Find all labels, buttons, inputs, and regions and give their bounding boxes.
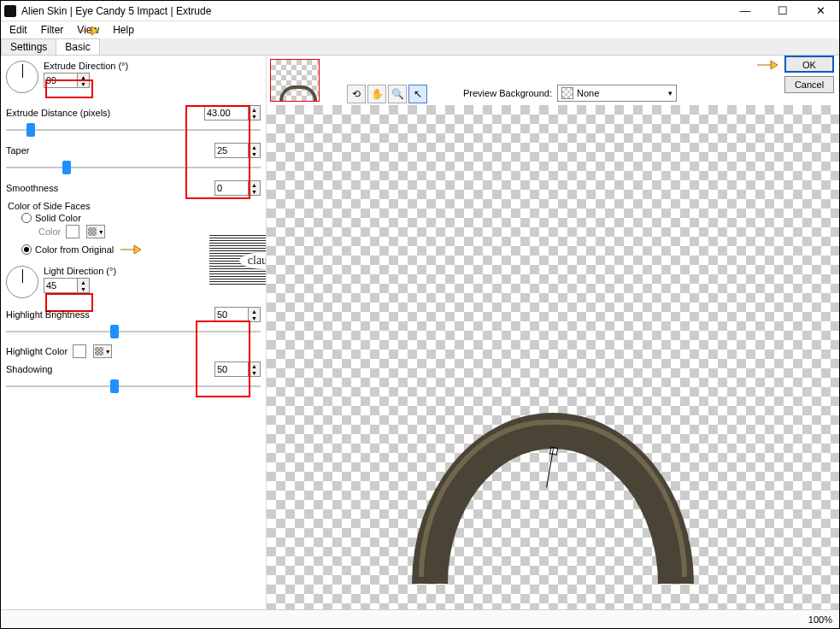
highlight-brightness-label: Highlight Brightness: [6, 309, 90, 320]
tool-hand-icon[interactable]: ✋: [367, 85, 386, 103]
tab-basic[interactable]: Basic: [56, 38, 99, 55]
pointer-annotation-icon: [755, 57, 779, 73]
taper-input[interactable]: [215, 144, 248, 157]
zoom-level: 100%: [808, 614, 832, 625]
extrude-direction-input[interactable]: [44, 73, 77, 87]
pointer-annotation-icon: [119, 242, 143, 257]
shadowing-spinner[interactable]: ▲▼: [214, 362, 261, 377]
checker-icon: [561, 87, 573, 99]
chevron-down-icon: ▾: [668, 89, 673, 97]
menu-edit[interactable]: Edit: [3, 22, 34, 38]
titlebar: Alien Skin | Eye Candy 5 Impact | Extrud…: [1, 1, 839, 21]
main-area: Extrude Direction (°) ▲▼ Extrude Distanc…: [1, 56, 839, 609]
spin-up-icon[interactable]: ▲: [249, 308, 260, 314]
solid-color-dropdown[interactable]: ▼: [86, 225, 105, 238]
cancel-button[interactable]: Cancel: [784, 76, 834, 93]
ok-button[interactable]: OK: [784, 56, 834, 73]
action-buttons: OK Cancel: [784, 56, 834, 93]
menu-bar: Edit Filter View Help: [1, 21, 839, 38]
highlight-color-dropdown[interactable]: ▼: [93, 344, 112, 358]
settings-panel: Extrude Direction (°) ▲▼ Extrude Distanc…: [1, 56, 266, 609]
spin-down-icon[interactable]: ▼: [78, 285, 89, 292]
extrude-distance-input[interactable]: [205, 106, 248, 120]
color-from-original-radio[interactable]: [21, 244, 32, 255]
highlight-brightness-slider[interactable]: [6, 324, 261, 339]
minimize-button[interactable]: —: [726, 2, 764, 21]
preview-background-value: None: [577, 88, 599, 98]
spin-down-icon[interactable]: ▼: [78, 80, 89, 87]
color-from-original-label: Color from Original: [35, 244, 114, 255]
spin-up-icon[interactable]: ▲: [78, 73, 89, 80]
highlight-color-swatch[interactable]: [73, 344, 86, 358]
spin-up-icon[interactable]: ▲: [78, 279, 89, 285]
color-label: Color: [38, 226, 61, 237]
status-bar: 100%: [1, 609, 839, 628]
spin-down-icon[interactable]: ▼: [249, 314, 260, 321]
preview-canvas[interactable]: [267, 105, 839, 609]
highlight-brightness-input[interactable]: [215, 308, 248, 321]
preview-thumbnail[interactable]: [270, 59, 321, 107]
window-buttons: — ☐ ✕: [726, 2, 839, 21]
window-title: Alien Skin | Eye Candy 5 Impact | Extrud…: [21, 5, 726, 17]
extrude-distance-spinner[interactable]: ▲▼: [204, 105, 261, 121]
menu-view[interactable]: View: [70, 22, 106, 38]
taper-spinner[interactable]: ▲▼: [214, 143, 261, 158]
tab-settings[interactable]: Settings: [1, 38, 56, 55]
smoothness-spinner[interactable]: ▲▼: [214, 180, 261, 196]
extrude-distance-label: Extrude Distance (pixels): [6, 108, 110, 118]
spin-down-icon[interactable]: ▼: [249, 150, 260, 157]
tab-bar: Settings Basic: [1, 38, 839, 56]
taper-label: Taper: [6, 145, 30, 156]
extrude-distance-slider[interactable]: [6, 122, 261, 138]
shadowing-label: Shadowing: [6, 364, 52, 374]
spin-up-icon[interactable]: ▲: [249, 106, 260, 113]
spin-down-icon[interactable]: ▼: [249, 188, 260, 195]
light-direction-spinner[interactable]: ▲▼: [44, 278, 90, 293]
smoothness-input[interactable]: [215, 181, 248, 195]
preview-background-select[interactable]: None ▾: [557, 85, 677, 102]
preview-toolbar: ⟲ ✋ 🔍 ↖ Preview Background: None ▾ OK Ca…: [267, 56, 839, 105]
spin-up-icon[interactable]: ▲: [249, 362, 260, 369]
tool-pointer-icon[interactable]: ↖: [408, 85, 427, 103]
app-icon: [4, 5, 16, 17]
spin-up-icon[interactable]: ▲: [249, 181, 260, 188]
preview-panel: ⟲ ✋ 🔍 ↖ Preview Background: None ▾ OK Ca…: [266, 56, 839, 609]
menu-help[interactable]: Help: [106, 22, 141, 38]
taper-slider[interactable]: [6, 160, 261, 175]
spin-up-icon[interactable]: ▲: [249, 144, 260, 150]
highlight-color-label: Highlight Color: [6, 346, 68, 356]
tool-reset-icon[interactable]: ⟲: [347, 85, 366, 103]
light-direction-input[interactable]: [44, 279, 77, 292]
solid-color-swatch[interactable]: [66, 225, 79, 238]
maximize-button[interactable]: ☐: [764, 2, 802, 21]
preview-background-label: Preview Background:: [463, 88, 552, 98]
close-button[interactable]: ✕: [802, 2, 839, 21]
shadowing-input[interactable]: [215, 362, 248, 376]
smoothness-label: Smoothness: [6, 183, 58, 193]
preview-object: [412, 413, 694, 584]
menu-filter[interactable]: Filter: [34, 22, 71, 38]
light-direction-dial[interactable]: [6, 266, 38, 298]
extrude-direction-spinner[interactable]: ▲▼: [44, 73, 90, 88]
highlight-brightness-spinner[interactable]: ▲▼: [214, 307, 261, 322]
spin-down-icon[interactable]: ▼: [249, 369, 260, 376]
extrude-direction-label: Extrude Direction (°): [44, 61, 261, 71]
solid-color-radio[interactable]: [21, 213, 32, 223]
tool-zoom-icon[interactable]: 🔍: [388, 85, 407, 103]
extrude-direction-dial[interactable]: [6, 61, 38, 93]
shadowing-slider[interactable]: [6, 379, 261, 394]
color-side-faces-label: Color of Side Faces: [8, 201, 261, 211]
solid-color-label: Solid Color: [35, 213, 81, 223]
spin-down-icon[interactable]: ▼: [249, 113, 260, 120]
